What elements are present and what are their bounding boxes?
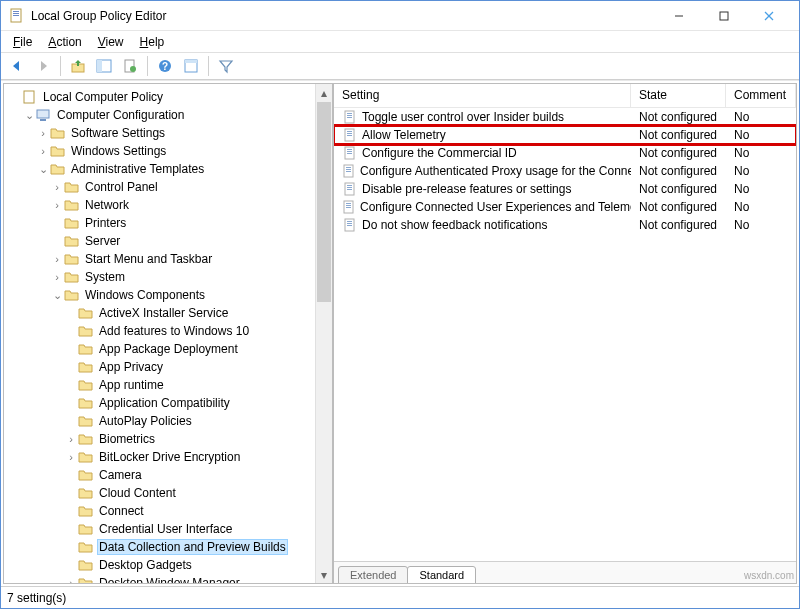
svg-rect-19 (40, 119, 46, 121)
tree-item[interactable]: AutoPlay Policies (6, 412, 313, 430)
tree-system[interactable]: ›System (6, 268, 313, 286)
column-setting[interactable]: Setting (334, 84, 631, 107)
tree-data-collection-preview-builds[interactable]: Data Collection and Preview Builds (6, 538, 313, 556)
setting-row[interactable]: Configure Authenticated Proxy usage for … (334, 162, 796, 180)
policy-icon (342, 145, 358, 161)
tree-root[interactable]: Local Computer Policy (6, 88, 313, 106)
setting-comment: No (726, 218, 796, 232)
svg-rect-16 (185, 60, 197, 63)
setting-name: Do not show feedback notifications (362, 218, 547, 232)
folder-icon (78, 486, 94, 500)
tree-start-menu-taskbar[interactable]: ›Start Menu and Taskbar (6, 250, 313, 268)
toolbar-separator (147, 56, 148, 76)
back-button[interactable] (5, 54, 29, 78)
collapse-icon[interactable]: ⌄ (50, 289, 64, 302)
tree-administrative-templates[interactable]: ⌄Administrative Templates (6, 160, 313, 178)
setting-name: Configure the Commercial ID (362, 146, 517, 160)
help-button[interactable]: ? (153, 54, 177, 78)
expand-icon[interactable]: › (64, 433, 78, 445)
tree-windows-components[interactable]: ⌄Windows Components (6, 286, 313, 304)
show-hide-tree-button[interactable] (92, 54, 116, 78)
toolbar: ? (1, 52, 799, 80)
setting-name-cell: Configure Authenticated Proxy usage for … (334, 163, 631, 179)
tree-item[interactable]: Credential User Interface (6, 520, 313, 538)
folder-icon (78, 378, 94, 392)
tree-item[interactable]: App runtime (6, 376, 313, 394)
expand-icon[interactable]: › (50, 181, 64, 193)
tree-server[interactable]: Server (6, 232, 313, 250)
svg-rect-38 (347, 187, 352, 188)
menu-action[interactable]: Action (42, 33, 87, 51)
expand-icon[interactable]: › (50, 253, 64, 265)
tree-scrollbar[interactable]: ▴ ▾ (315, 84, 332, 583)
properties-button[interactable] (118, 54, 142, 78)
collapse-icon[interactable]: ⌄ (36, 163, 50, 176)
tab-extended[interactable]: Extended (338, 566, 408, 584)
menu-view[interactable]: View (92, 33, 130, 51)
tree-item[interactable]: ›Biometrics (6, 430, 313, 448)
setting-row[interactable]: Disable pre-release features or settings… (334, 180, 796, 198)
setting-comment: No (726, 200, 796, 214)
tree-item[interactable]: Application Compatibility (6, 394, 313, 412)
tree-printers[interactable]: Printers (6, 214, 313, 232)
tree-item[interactable]: Desktop Gadgets (6, 556, 313, 574)
scrollbar-thumb[interactable] (317, 102, 331, 302)
expand-icon[interactable]: › (64, 577, 78, 583)
column-comment[interactable]: Comment (726, 84, 796, 107)
setting-row[interactable]: Do not show feedback notificationsNot co… (334, 216, 796, 234)
setting-row[interactable]: Configure Connected User Experiences and… (334, 198, 796, 216)
svg-rect-2 (13, 13, 19, 14)
menu-help[interactable]: Help (134, 33, 171, 51)
setting-name-cell: Allow Telemetry (334, 127, 631, 143)
tree-computer-configuration[interactable]: ⌄Computer Configuration (6, 106, 313, 124)
folder-icon (78, 522, 94, 536)
app-icon (9, 8, 25, 24)
scroll-down-icon[interactable]: ▾ (316, 566, 332, 583)
setting-state: Not configured (631, 128, 726, 142)
policy-icon (342, 163, 356, 179)
expand-icon[interactable]: › (50, 271, 64, 283)
filter-button[interactable] (214, 54, 238, 78)
expand-icon[interactable]: › (36, 145, 50, 157)
details-pane: Setting State Comment Toggle user contro… (333, 83, 797, 584)
tree-item[interactable]: ActiveX Installer Service (6, 304, 313, 322)
setting-row[interactable]: Configure the Commercial IDNot configure… (334, 144, 796, 162)
setting-row[interactable]: Allow TelemetryNot configuredNo (334, 126, 796, 144)
menu-file[interactable]: File (7, 33, 38, 51)
tree-windows-settings[interactable]: ›Windows Settings (6, 142, 313, 160)
scroll-up-icon[interactable]: ▴ (316, 84, 332, 101)
forward-button[interactable] (31, 54, 55, 78)
tree-item[interactable]: Connect (6, 502, 313, 520)
tree-software-settings[interactable]: ›Software Settings (6, 124, 313, 142)
expand-icon[interactable]: › (36, 127, 50, 139)
setting-state: Not configured (631, 218, 726, 232)
tree-item[interactable]: Add features to Windows 10 (6, 322, 313, 340)
toolbar-separator (60, 56, 61, 76)
column-state[interactable]: State (631, 84, 726, 107)
setting-row[interactable]: Toggle user control over Insider buildsN… (334, 108, 796, 126)
window-title: Local Group Policy Editor (31, 9, 656, 23)
minimize-button[interactable] (656, 2, 701, 30)
folder-icon (78, 414, 94, 428)
tree-network[interactable]: ›Network (6, 196, 313, 214)
expand-icon[interactable]: › (50, 199, 64, 211)
folder-icon (64, 198, 80, 212)
options-button[interactable] (179, 54, 203, 78)
setting-state: Not configured (631, 110, 726, 124)
tab-standard[interactable]: Standard (407, 566, 476, 584)
svg-rect-23 (347, 117, 352, 118)
tree-item[interactable]: Cloud Content (6, 484, 313, 502)
tree-item[interactable]: ›Desktop Window Manager (6, 574, 313, 583)
maximize-button[interactable] (701, 2, 746, 30)
close-button[interactable] (746, 2, 791, 30)
tree[interactable]: Local Computer Policy ⌄Computer Configur… (4, 84, 315, 583)
up-button[interactable] (66, 54, 90, 78)
collapse-icon[interactable]: ⌄ (22, 109, 36, 122)
expand-icon[interactable]: › (64, 451, 78, 463)
tree-control-panel[interactable]: ›Control Panel (6, 178, 313, 196)
main-area: Local Computer Policy ⌄Computer Configur… (1, 80, 799, 586)
tree-item[interactable]: ›BitLocker Drive Encryption (6, 448, 313, 466)
tree-item[interactable]: App Privacy (6, 358, 313, 376)
tree-item[interactable]: Camera (6, 466, 313, 484)
tree-item[interactable]: App Package Deployment (6, 340, 313, 358)
